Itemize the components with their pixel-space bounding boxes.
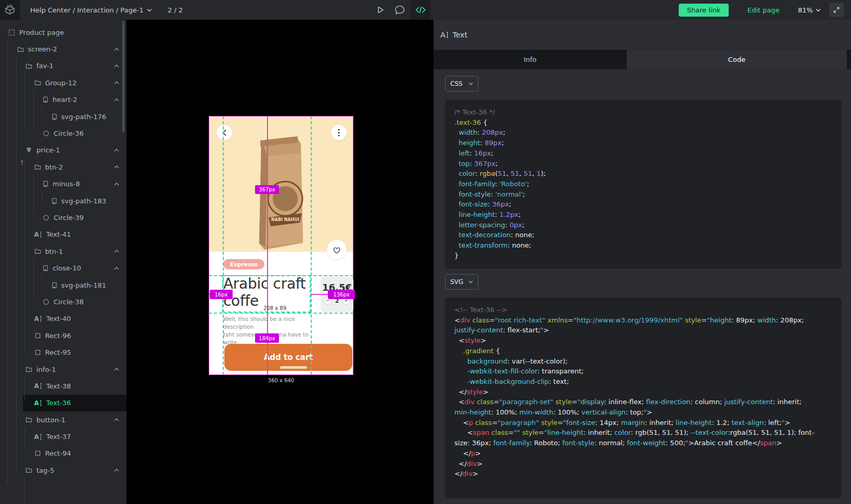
svg-code-block: <!-- Text-36 --><div class="root rich-te… (445, 298, 842, 498)
collapse-chevron-icon[interactable] (114, 149, 119, 152)
layer-row-close-10[interactable]: close-10 (0, 260, 126, 276)
layer-label: btn-1 (45, 248, 63, 255)
text-icon: A (34, 399, 42, 407)
layer-label: Circle-39 (54, 214, 84, 222)
folder-icon (34, 164, 41, 170)
folder-icon (34, 248, 41, 254)
layer-row-screen-2[interactable]: screen-2 (0, 41, 126, 57)
collapse-chevron-icon[interactable] (114, 64, 119, 68)
layer-row-rect-96[interactable]: Rect-96 (0, 327, 126, 344)
collapse-chevron-icon[interactable] (114, 267, 119, 270)
guide-line-bottom (209, 313, 353, 314)
collapse-chevron-icon[interactable] (114, 469, 119, 472)
edit-page-link[interactable]: Edit page (747, 0, 780, 20)
layer-row-text-37[interactable]: AText-37 (0, 428, 126, 445)
guide-line-left (223, 116, 224, 375)
code-line: .gradient { (454, 346, 832, 356)
more-menu-button[interactable] (331, 125, 347, 140)
layer-row-btn-1[interactable]: btn-1 (0, 243, 126, 260)
file-icon (43, 180, 48, 187)
code-line: <!-- Text-36 --> (454, 305, 832, 315)
tree-indent-guide (24, 429, 25, 450)
layer-row-text-41[interactable]: AText-41 (0, 226, 126, 243)
mockup-frame[interactable]: NABI NAHUI Expresso Arabic craft coffe 1… (209, 116, 353, 375)
app-logo[interactable] (0, 0, 20, 20)
rect-icon (34, 332, 41, 339)
css-code-block: /* Text-36 */.text-36 { width: 208px; he… (445, 100, 842, 269)
collapse-chevron-icon[interactable] (114, 48, 119, 51)
zoom-control[interactable]: 81% (798, 0, 821, 20)
layer-label: Text-37 (46, 433, 71, 441)
chevron-down-icon (468, 280, 473, 283)
category-tag[interactable]: Expresso (223, 259, 264, 269)
code-line: width: 208px; (454, 127, 832, 138)
code-line: .text-36 { (454, 118, 832, 128)
css-dropdown-value: CSS (450, 80, 463, 87)
zoom-level: 81% (798, 6, 813, 14)
tab-info[interactable]: Info (434, 50, 627, 69)
layer-label: price-1 (36, 146, 60, 154)
tree-indent-guide (24, 479, 25, 504)
layer-label: Text-36 (46, 399, 71, 407)
layer-row-tag-5[interactable]: tag-5 (0, 462, 126, 479)
layer-row-info-1[interactable]: info-1 (0, 361, 126, 378)
layer-row-fav-1[interactable]: fav-1 (0, 58, 126, 74)
layer-row-circle-36[interactable]: Circle-36 (0, 125, 126, 141)
layer-row-rect-95[interactable]: Rect-95 (0, 344, 126, 360)
text-icon: A (34, 382, 42, 390)
share-link-button[interactable]: Share link (679, 4, 729, 17)
layer-row-price-1[interactable]: price-1 (0, 142, 126, 159)
layer-row-text-36[interactable]: AText-36 (0, 395, 126, 411)
inspector-header: A Text (434, 20, 851, 50)
design-canvas[interactable]: NABI NAHUI Expresso Arabic craft coffe 1… (126, 20, 434, 504)
layer-row-group-12[interactable]: Group-12 (0, 74, 126, 91)
layer-row-text-38[interactable]: AText-38 (0, 378, 126, 394)
collapse-chevron-icon[interactable] (114, 418, 119, 421)
layer-row-svg-path-183[interactable]: svg-path-183 (0, 192, 126, 209)
code-line: justify-content: flex-start;"> (454, 325, 832, 335)
layer-row-circle-39[interactable]: Circle-39 (0, 209, 126, 226)
chevron-down-icon (816, 8, 821, 12)
text-type-icon: A (440, 31, 449, 39)
collapse-chevron-icon[interactable] (114, 81, 119, 84)
layer-row-text-40[interactable]: AText-40 (0, 311, 126, 327)
play-icon (374, 4, 386, 16)
tree-indent-guide (16, 57, 17, 470)
layer-row-product page[interactable]: Product page (0, 24, 126, 41)
layer-row-svg-path-176[interactable]: svg-path-176 (0, 108, 126, 125)
comment-button[interactable] (390, 0, 410, 20)
tree-indent-guide (42, 107, 42, 115)
fullscreen-button[interactable] (829, 3, 844, 17)
breadcrumb[interactable]: Help Center / Interaction / Page-1 (30, 0, 152, 20)
file-icon (43, 96, 48, 103)
layer-row-button-1[interactable]: button-1 (0, 411, 126, 428)
layer-row-heart-2[interactable]: heart-2 (0, 92, 126, 108)
play-button[interactable] (370, 0, 390, 20)
layer-label: Group-12 (45, 79, 77, 87)
layer-row-circle-38[interactable]: Circle-38 (0, 293, 126, 310)
layer-label: Text-38 (46, 382, 71, 390)
css-format-dropdown[interactable]: CSS (445, 76, 478, 92)
up-arrow-icon: ↑ (19, 159, 24, 166)
svg-format-dropdown[interactable]: SVG (445, 274, 478, 290)
collapse-chevron-icon[interactable] (114, 98, 119, 101)
layer-row-svg-path-181[interactable]: svg-path-181 (0, 277, 126, 293)
favorite-button[interactable] (327, 240, 347, 260)
layer-row-rect-94[interactable]: Rect-94 (0, 445, 126, 462)
sidebar-scrollbar[interactable] (122, 21, 124, 133)
collapse-chevron-icon[interactable] (114, 368, 119, 371)
back-button[interactable] (217, 125, 232, 140)
tab-code[interactable]: Code (627, 50, 847, 69)
code-line: color: rgba(51, 51, 51, 1); (454, 169, 832, 179)
tree-indent-guide (33, 175, 34, 214)
layer-row-minus-8[interactable]: minus-8 (0, 176, 126, 192)
code-line: <p class="paragraph" style="font-size: 1… (454, 418, 832, 428)
code-view-button[interactable] (411, 0, 430, 20)
tree-indent-guide (33, 260, 34, 299)
layer-label: Circle-36 (54, 130, 84, 137)
collapse-chevron-icon[interactable] (114, 165, 119, 169)
collapse-chevron-icon[interactable] (114, 250, 119, 253)
circle-icon (43, 130, 49, 137)
code-line: <style> (454, 335, 832, 346)
collapse-chevron-icon[interactable] (114, 183, 119, 186)
